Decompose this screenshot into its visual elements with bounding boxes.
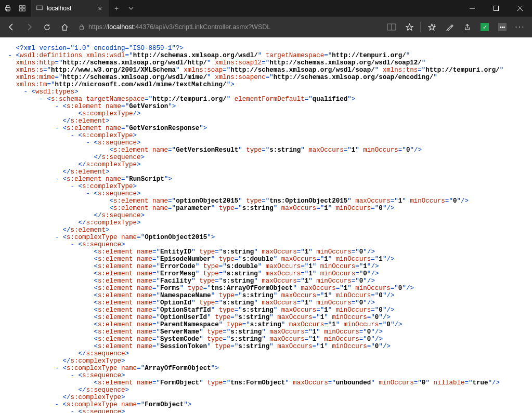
page-content: <?xml version="1.0" encoding="ISO-8859-1… [0, 37, 532, 413]
minimize-button[interactable] [460, 0, 484, 17]
svg-rect-1 [6, 6, 9, 8]
share-icon[interactable] [458, 19, 476, 35]
more-menu-icon[interactable]: ··· [511, 19, 529, 35]
tab-close-button[interactable]: × [96, 5, 104, 12]
windows-icon[interactable] [19, 5, 26, 12]
close-button[interactable] [508, 0, 532, 17]
svg-rect-6 [23, 9, 25, 11]
svg-rect-3 [20, 6, 22, 8]
home-button[interactable] [56, 19, 73, 35]
tab-chevron-down-icon[interactable] [124, 0, 138, 17]
window-controls [460, 0, 532, 17]
svg-marker-16 [406, 23, 412, 30]
lock-icon [75, 24, 88, 30]
forward-button[interactable] [21, 19, 37, 35]
tab-favicon [36, 5, 43, 12]
svg-rect-5 [20, 9, 22, 11]
new-tab-button[interactable]: + [109, 0, 124, 17]
browser-tab[interactable]: localhost × [31, 0, 109, 17]
favorites-list-icon[interactable] [423, 19, 440, 35]
window-titlebar: localhost × + [0, 0, 532, 17]
maximize-button[interactable] [484, 0, 508, 17]
extension-check-icon[interactable]: ✓ [476, 19, 494, 35]
titlebar-left-icons [0, 0, 26, 17]
svg-rect-13 [80, 26, 84, 29]
svg-rect-7 [37, 6, 43, 10]
extension-menu-icon[interactable]: ••• [494, 19, 511, 35]
tab-title: localhost [47, 5, 71, 12]
url-text: https://localhost:44376/api/v3/ScriptLin… [88, 23, 270, 31]
browser-navbar: https://localhost:44376/api/v3/ScriptLin… [0, 17, 532, 37]
reading-view-icon[interactable] [383, 19, 400, 35]
back-button[interactable] [3, 19, 20, 35]
favorite-star-icon[interactable] [400, 19, 418, 35]
svg-marker-17 [428, 23, 435, 30]
notes-icon[interactable] [440, 19, 458, 35]
address-bar[interactable]: https://localhost:44376/api/v3/ScriptLin… [75, 20, 380, 34]
refresh-button[interactable] [38, 19, 55, 35]
svg-rect-4 [23, 6, 25, 8]
print-icon[interactable] [4, 5, 11, 12]
svg-rect-10 [494, 6, 499, 11]
